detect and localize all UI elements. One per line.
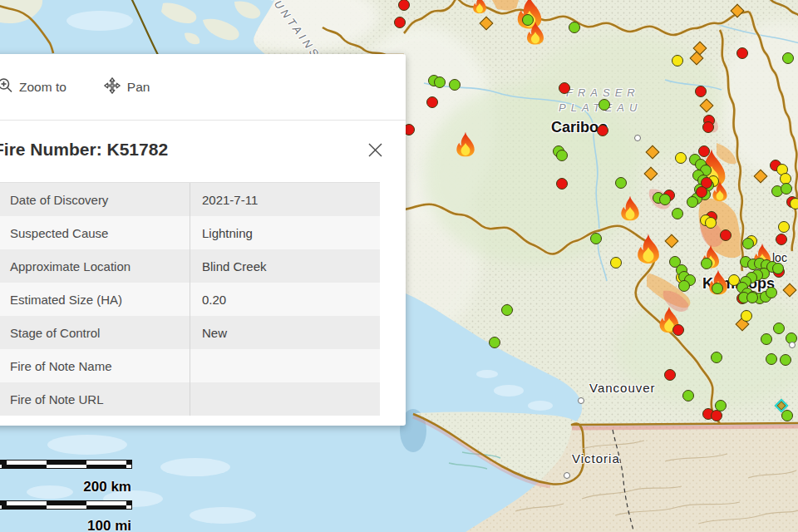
green-fire-circle[interactable]: [501, 304, 513, 316]
red-fire-circle[interactable]: [597, 125, 608, 136]
field-row: Suspected CauseLightning: [0, 216, 380, 249]
green-fire-circle[interactable]: [449, 79, 461, 91]
field-label: Fire of Note Name: [0, 349, 190, 382]
zoom-to-label: Zoom to: [19, 80, 66, 95]
field-value: [190, 382, 380, 416]
green-fire-circle[interactable]: [434, 76, 446, 88]
town-dot[interactable]: [578, 397, 584, 404]
green-fire-circle[interactable]: [687, 196, 698, 208]
scalebar-km-label: 200 km: [0, 479, 131, 495]
orange-diamond[interactable]: [646, 145, 660, 160]
map-canvas[interactable]: FRASERPLATEAUCaribooKamloopsVancouverVic…: [0, 0, 798, 532]
yellow-fire-circle[interactable]: [778, 221, 790, 233]
green-fire-circle[interactable]: [590, 233, 602, 244]
red-fire-circle[interactable]: [776, 234, 787, 245]
active-flame[interactable]: [619, 196, 641, 221]
green-fire-circle[interactable]: [766, 353, 777, 365]
close-icon: [367, 149, 384, 161]
popup-title: Fire Number: K51782: [0, 140, 363, 160]
green-fire-circle[interactable]: [772, 263, 784, 274]
red-fire-circle[interactable]: [696, 186, 707, 198]
red-fire-circle[interactable]: [664, 369, 676, 381]
field-row: Stage of ControlNew: [0, 316, 380, 349]
green-fire-circle[interactable]: [761, 333, 772, 345]
green-fire-circle[interactable]: [522, 14, 534, 26]
popup-title-bar: Fire Number: K51782: [0, 121, 406, 179]
magnifier-plus-icon: [0, 77, 13, 97]
field-row: Approximate LocationBlind Creek: [0, 249, 380, 283]
yellow-fire-circle[interactable]: [675, 152, 687, 164]
field-row: Date of Discovery2021-7-11: [0, 183, 380, 216]
red-fire-circle[interactable]: [426, 96, 438, 108]
red-fire-circle[interactable]: [698, 145, 710, 157]
green-fire-circle[interactable]: [569, 22, 580, 33]
active-flame[interactable]: [472, 0, 488, 13]
close-button[interactable]: [363, 138, 387, 162]
orange-diamond[interactable]: [731, 4, 745, 18]
green-fire-circle[interactable]: [615, 177, 627, 189]
green-fire-circle[interactable]: [678, 280, 690, 292]
scalebar-mi-bar: [0, 500, 132, 510]
field-value: Lightning: [190, 216, 380, 249]
orange-diamond[interactable]: [783, 283, 797, 298]
green-fire-circle[interactable]: [773, 323, 785, 334]
field-value: Blind Creek: [190, 249, 380, 283]
pan-label: Pan: [127, 80, 150, 95]
field-value: New: [190, 316, 380, 349]
red-fire-circle[interactable]: [695, 86, 707, 97]
active-flame[interactable]: [636, 234, 662, 264]
red-fire-circle[interactable]: [711, 410, 722, 421]
red-fire-circle[interactable]: [720, 229, 732, 241]
orange-diamond[interactable]: [665, 234, 679, 249]
field-label: Fire of Note URL: [0, 382, 190, 416]
green-fire-circle[interactable]: [701, 258, 712, 269]
town-dot[interactable]: [789, 342, 796, 348]
green-fire-circle[interactable]: [598, 99, 610, 111]
green-fire-circle[interactable]: [556, 150, 568, 161]
active-flame[interactable]: [455, 132, 476, 157]
green-fire-circle[interactable]: [712, 283, 723, 294]
green-fire-circle[interactable]: [682, 390, 694, 401]
zoom-to-button[interactable]: Zoom to: [0, 72, 73, 102]
red-fire-circle[interactable]: [702, 121, 714, 133]
red-fire-circle[interactable]: [559, 82, 570, 94]
red-fire-circle[interactable]: [394, 17, 406, 28]
yellow-fire-circle[interactable]: [790, 198, 798, 209]
green-fire-circle[interactable]: [672, 208, 683, 219]
field-row: Fire of Note Name: [0, 349, 380, 382]
red-fire-circle[interactable]: [398, 0, 410, 11]
green-fire-circle[interactable]: [782, 52, 794, 64]
field-label: Estimated Size (HA): [0, 283, 190, 316]
feature-popup: Zoom to Pan Fire Number: K51782: [0, 54, 406, 426]
field-row: Fire of Note URL: [0, 382, 380, 416]
field-label: Approximate Location: [0, 249, 190, 283]
orange-diamond[interactable]: [480, 17, 494, 31]
popup-action-bar: Zoom to Pan: [0, 54, 406, 121]
green-fire-circle[interactable]: [489, 337, 500, 348]
orange-diamond[interactable]: [700, 99, 714, 113]
pan-arrows-icon: [103, 76, 121, 98]
green-fire-circle[interactable]: [781, 410, 793, 421]
green-fire-circle[interactable]: [711, 352, 722, 363]
yellow-fire-circle[interactable]: [741, 310, 752, 322]
red-fire-circle[interactable]: [556, 178, 568, 190]
town-dot[interactable]: [634, 135, 641, 141]
green-fire-circle[interactable]: [780, 354, 791, 366]
green-fire-circle[interactable]: [742, 238, 754, 249]
pan-button[interactable]: Pan: [96, 71, 157, 103]
red-fire-circle[interactable]: [736, 47, 748, 59]
town-dot[interactable]: [564, 472, 570, 479]
orange-diamond[interactable]: [754, 170, 768, 184]
yellow-fire-circle[interactable]: [672, 55, 683, 66]
scalebar-km-bar: [0, 460, 132, 469]
green-fire-circle[interactable]: [715, 400, 727, 411]
yellow-fire-circle[interactable]: [610, 257, 622, 268]
green-fire-circle[interactable]: [766, 287, 777, 298]
green-fire-circle[interactable]: [746, 292, 758, 303]
yellow-fire-circle[interactable]: [705, 217, 717, 229]
red-fire-circle[interactable]: [672, 324, 684, 336]
orange-diamond[interactable]: [644, 167, 658, 181]
popup-field-table: Date of Discovery2021-7-11Suspected Caus…: [0, 182, 380, 416]
green-fire-circle[interactable]: [781, 183, 792, 195]
green-fire-circle[interactable]: [659, 194, 671, 205]
